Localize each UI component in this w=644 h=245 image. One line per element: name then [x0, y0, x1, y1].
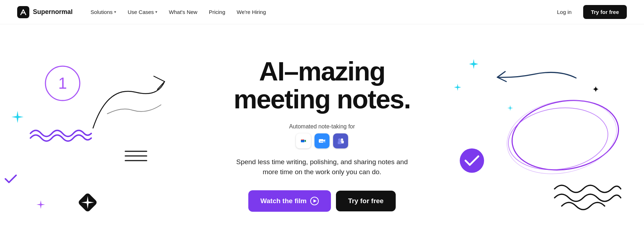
- deco-scribble-black: [551, 178, 623, 214]
- svg-text:1: 1: [58, 74, 67, 92]
- deco-oval-purple: [487, 96, 623, 175]
- svg-point-17: [341, 138, 343, 141]
- hero-description: Spend less time writing, polishing, and …: [234, 157, 410, 177]
- chevron-down-icon: ▾: [114, 10, 116, 14]
- try-for-free-nav-button[interactable]: Try for free: [583, 5, 627, 19]
- svg-rect-20: [338, 141, 341, 144]
- svg-rect-0: [17, 6, 29, 18]
- deco-diamond-black: [77, 192, 98, 213]
- logo-text: Supernormal: [33, 8, 73, 16]
- navbar: Supernormal Solutions ▾ Use Cases ▾ What…: [0, 0, 644, 24]
- chevron-down-icon: ▾: [155, 10, 157, 14]
- nav-use-cases[interactable]: Use Cases ▾: [123, 6, 162, 18]
- deco-purple-scribble: [29, 124, 93, 142]
- svg-point-10: [460, 148, 484, 173]
- hero-integrations: zoom: [234, 133, 410, 148]
- svg-rect-6: [78, 192, 98, 213]
- nav-pricing[interactable]: Pricing: [204, 6, 230, 18]
- nav-hiring[interactable]: We're Hiring: [232, 6, 271, 18]
- hero-content: AI–mazing meeting notes. Automated note-…: [234, 58, 410, 211]
- hero-buttons: Watch the film ▶ Try for free: [234, 190, 410, 212]
- nav-links: Solutions ▾ Use Cases ▾ What's New Prici…: [86, 6, 551, 18]
- try-for-free-button[interactable]: Try for free: [336, 191, 396, 211]
- hero-subtitle: Automated note-taking for: [234, 123, 410, 130]
- svg-point-9: [500, 96, 623, 175]
- deco-sparkle-teal-1: [468, 58, 479, 70]
- zoom-icon: zoom: [314, 133, 330, 148]
- play-icon: ▶: [310, 197, 319, 205]
- deco-sparkle-purple-left: [36, 200, 46, 210]
- deco-sparkle-teal-3: [507, 105, 513, 111]
- deco-sparkle-teal-left: [11, 110, 24, 124]
- watch-film-button[interactable]: Watch the film ▶: [248, 190, 331, 212]
- google-meet-icon: [296, 133, 311, 148]
- svg-point-1: [45, 66, 80, 101]
- deco-sparkle-teal-2: [454, 83, 462, 91]
- deco-arrow-scribble: [79, 64, 186, 142]
- deco-checkmark-left: [4, 174, 17, 184]
- nav-right: Log in Try for free: [551, 5, 627, 19]
- logo[interactable]: Supernormal: [17, 6, 73, 18]
- nav-solutions[interactable]: Solutions ▾: [86, 6, 121, 18]
- deco-lines: [122, 146, 150, 164]
- hero-section: 1: [0, 24, 644, 245]
- svg-point-19: [338, 138, 341, 141]
- logo-icon: [17, 6, 29, 18]
- svg-point-8: [504, 102, 612, 175]
- deco-star-black: ✦: [592, 84, 599, 94]
- hero-title: AI–mazing meeting notes.: [234, 58, 410, 113]
- teams-icon: [333, 133, 348, 148]
- deco-arrow-blue: [487, 64, 580, 92]
- svg-text:zoom: zoom: [320, 140, 326, 142]
- svg-point-7: [507, 96, 623, 175]
- deco-check-circle-purple: [459, 148, 485, 173]
- login-button[interactable]: Log in: [551, 6, 577, 18]
- deco-circle-1: 1: [43, 64, 82, 103]
- nav-whats-new[interactable]: What's New: [164, 6, 203, 18]
